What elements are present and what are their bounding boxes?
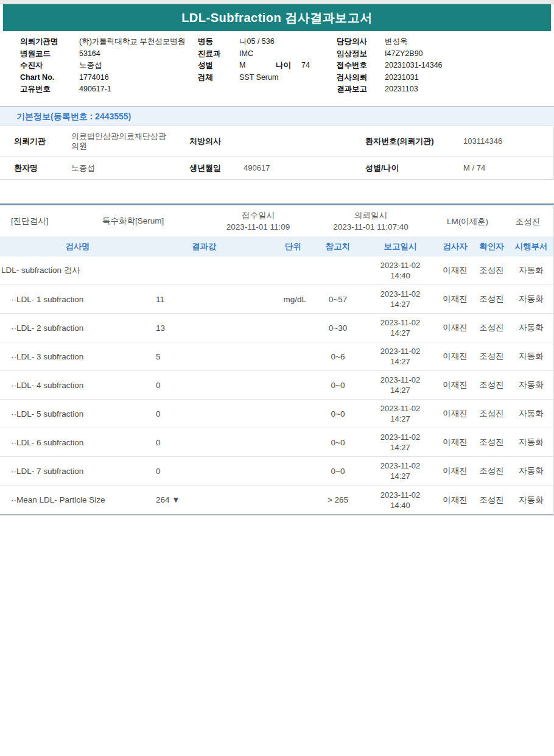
column-header-report: 보고일시 <box>365 241 435 252</box>
field-label: 고유번호 <box>20 83 79 96</box>
field-value: (학)가톨릭대학교 부천성모병원 <box>79 37 185 46</box>
report-time: 14:40 <box>365 500 435 510</box>
column-header-unit: 단위 <box>253 241 310 252</box>
field-label: 성별/나이 <box>365 163 463 174</box>
field-row: 검체SST Serum <box>198 72 310 84</box>
field-row: 성별M나이74 <box>198 60 310 72</box>
report-datetime-cell: 2023-11-02 14:27 <box>365 289 435 309</box>
column-header-confirmer: 확인자 <box>475 241 508 252</box>
report-date: 2023-11-02 <box>365 317 435 328</box>
reference-range-cell: 0~0 <box>310 381 365 390</box>
report-datetime-cell: 2023-11-02 14:40 <box>365 260 435 281</box>
report-datetime-cell: 2023-11-02 14:27 <box>365 317 435 338</box>
field-value: I47ZY2B90 <box>385 49 423 58</box>
field-value: 의료법인삼광의료재단삼광의원 <box>71 132 189 151</box>
basic-info-table: 의뢰기관 의료법인삼광의료재단삼광의원 처방의사 환자번호(의뢰기관) 1031… <box>0 126 554 180</box>
top-strip <box>0 0 554 4</box>
field-label: 병동 <box>198 36 239 48</box>
table-row: ··LDL- 2 subfraction 13 0~30 2023-11-02 … <box>0 314 553 342</box>
confirmer-cell: 조성진 <box>475 437 508 448</box>
report-datetime-cell: 2023-11-02 14:27 <box>365 461 435 481</box>
field-label: 임상정보 <box>337 48 385 60</box>
field-value: 74 <box>301 61 310 69</box>
field-label: 나이 <box>276 60 301 72</box>
field-row: 임상정보I47ZY2B90 <box>337 48 443 60</box>
report-time: 14:27 <box>365 471 435 481</box>
lm-reader: LM(이제훈) <box>447 215 488 227</box>
report-datetime-cell: 2023-11-02 14:27 <box>365 432 435 453</box>
test-name-cell: ··LDL- 4 subfraction <box>0 381 155 390</box>
field-label: 담당의사 <box>337 36 385 48</box>
table-row: ··Mean LDL- Particle Size 264 ▼ > 265 20… <box>0 486 553 514</box>
field-row: 접수번호20231031-14346 <box>337 60 443 72</box>
result-cell: 0 <box>155 467 253 476</box>
report-time: 14:27 <box>365 385 435 395</box>
tester-cell: 이재진 <box>435 294 475 305</box>
test-name-cell: ··Mean LDL- Particle Size <box>0 495 155 504</box>
approver-name: 조성진 <box>516 215 541 227</box>
field-label: 생년월일 <box>189 163 244 174</box>
test-name-cell: ··LDL- 7 subfraction <box>0 467 155 476</box>
reference-range-cell: 0~57 <box>310 295 365 304</box>
report-date: 2023-11-02 <box>365 432 435 442</box>
result-cell: 264 ▼ <box>155 495 253 504</box>
table-row: ··LDL- 4 subfraction 0 0~0 2023-11-02 14… <box>0 371 553 400</box>
department-cell: 자동화 <box>508 322 554 333</box>
department-cell: 자동화 <box>508 437 554 448</box>
patient-header-col2: 병동나05 / 536 진료과IMC 성별M나이74 검체SST Serum <box>198 36 310 83</box>
tester-cell: 이재진 <box>435 437 475 448</box>
result-cell: 0 <box>155 409 253 419</box>
report-date: 2023-11-02 <box>365 346 435 356</box>
field-label: 결과보고 <box>337 83 385 96</box>
field-label: 검체 <box>198 72 239 84</box>
department-cell: 자동화 <box>508 495 554 506</box>
test-name-cell: ··LDL- 2 subfraction <box>0 323 155 333</box>
table-row: ··LDL- 1 subfraction 11 mg/dL 0~57 2023-… <box>0 285 553 314</box>
field-value: 490617 <box>244 163 365 172</box>
field-value: 1774016 <box>79 73 109 82</box>
department-cell: 자동화 <box>508 351 554 362</box>
field-row: 수진자노종섭 <box>20 60 185 72</box>
field-label: 환자번호(의뢰기관) <box>365 136 463 147</box>
department-cell: 자동화 <box>508 265 554 276</box>
field-label: 성별 <box>198 60 239 72</box>
field-value: 490617-1 <box>79 85 111 93</box>
receipt-label: 접수일시 <box>226 210 290 221</box>
field-label: 진료과 <box>198 48 239 60</box>
department-cell: 자동화 <box>508 408 554 419</box>
request-label: 의뢰일시 <box>333 210 408 221</box>
field-label: 처방의사 <box>189 136 244 147</box>
tester-cell: 이재진 <box>435 495 475 506</box>
field-row: 진료과IMC <box>198 48 310 60</box>
column-header-ref: 참고치 <box>310 241 365 252</box>
field-label: 접수번호 <box>337 60 385 72</box>
table-row: ··LDL- 5 subfraction 0 0~0 2023-11-02 14… <box>0 400 553 428</box>
result-cell: 0 <box>155 381 253 390</box>
report-date: 2023-11-02 <box>365 490 435 500</box>
field-label: 의뢰기관명 <box>20 36 79 48</box>
result-cell: 11 <box>155 295 253 304</box>
report-time: 14:27 <box>365 299 435 309</box>
results-table-body: LDL- subfraction 검사 2023-11-02 14:40 이재진… <box>0 256 553 514</box>
report-time: 14:27 <box>365 414 435 424</box>
field-value: 노종섭 <box>71 163 189 174</box>
column-header-result: 결과값 <box>155 241 253 252</box>
report-date: 2023-11-02 <box>365 461 435 471</box>
column-header-name: 검사명 <box>0 241 155 252</box>
field-label: 환자명 <box>14 163 71 174</box>
tester-cell: 이재진 <box>435 265 475 276</box>
report-time: 14:40 <box>365 270 435 281</box>
report-date: 2023-11-02 <box>365 375 435 385</box>
table-row: ··LDL- 7 subfraction 0 0~0 2023-11-02 14… <box>0 457 553 486</box>
report-datetime-cell: 2023-11-02 14:27 <box>365 346 435 367</box>
receipt-datetime-block: 접수일시 2023-11-01 11:09 <box>226 210 290 233</box>
department-cell: 자동화 <box>508 294 554 305</box>
field-row: 결과보고20231103 <box>337 83 443 96</box>
report-date: 2023-11-02 <box>365 260 435 270</box>
field-value: 노종섭 <box>79 61 102 69</box>
field-value: 53164 <box>79 49 100 58</box>
reference-range-cell: 0~6 <box>310 352 365 361</box>
table-row: ··LDL- 6 subfraction 0 0~0 2023-11-02 14… <box>0 428 553 457</box>
result-cell: 5 <box>155 352 253 361</box>
unit-cell: mg/dL <box>253 295 310 304</box>
